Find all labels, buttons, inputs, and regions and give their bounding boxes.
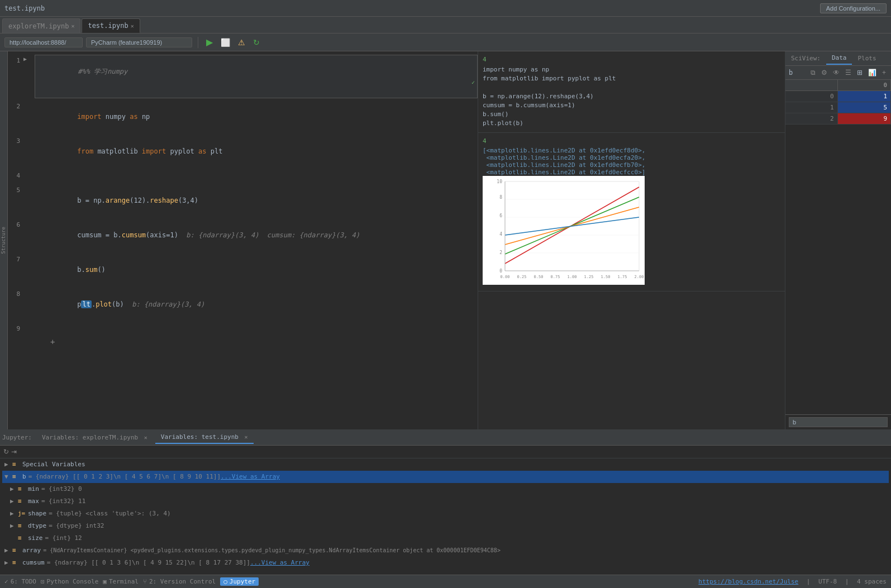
cell-2-0[interactable]: 9 — [837, 113, 890, 125]
var-b-dtype[interactable]: ▶ ≡ dtype = {dtype} int32 — [2, 520, 889, 532]
tab-test[interactable]: test.ipynb ✕ — [82, 18, 140, 33]
var-cumsum-link[interactable]: ...View as Array — [250, 558, 309, 568]
cell-6[interactable]: 6 cumsum = b.cumsum(axis=1) b: {ndarray}… — [8, 218, 478, 252]
list-view-button[interactable]: ☰ — [844, 68, 853, 77]
jupyter-icon: ○ — [223, 578, 227, 585]
cell-run-2[interactable] — [23, 101, 35, 102]
cell-run-9[interactable] — [23, 323, 35, 324]
cell-run-8[interactable] — [23, 288, 35, 289]
cell-number-7: 7 — [8, 254, 23, 265]
cell-content-3[interactable]: from matplotlib import pyplot as plt — [35, 135, 478, 168]
status-encoding[interactable]: UTF-8 — [818, 578, 837, 585]
row-idx-0: 0 — [785, 91, 837, 102]
terminal-label: Terminal — [109, 578, 139, 585]
tab-label-exploretm: Variables: exploreTM.ipynb — [42, 434, 138, 441]
var-b[interactable]: ▼ ≡ b = {ndarray} [[ 0 1 2 3]\n [ 4 5 6 … — [2, 471, 889, 483]
var-b-shape[interactable]: ▶ j= shape = {tuple} <class 'tuple'>: (3… — [2, 508, 889, 520]
cell-run-3[interactable] — [23, 135, 35, 136]
cell-8[interactable]: 8 plt.plot(b) b: {ndarray}(3, 4) — [8, 287, 478, 322]
expand-vars-button[interactable]: ⇥ — [11, 448, 17, 456]
cell-4[interactable]: 4 — [8, 169, 478, 183]
table-row-1[interactable]: 1 5 — [785, 102, 891, 113]
refresh-button[interactable]: ↻ — [251, 37, 262, 48]
var-b-min[interactable]: ▶ ≡ min = {int32} 0 — [2, 483, 889, 495]
warn-button[interactable]: ⚠ — [236, 37, 247, 48]
var-cumsum[interactable]: ▶ ≡ cumsum = {ndarray} [[ 0 1 3 6]\n [ 4… — [2, 557, 889, 569]
cell-5[interactable]: 5 b = np.arange(12).reshape(3,4) — [8, 183, 478, 218]
cell-3[interactable]: 3 from matplotlib import pyplot as plt — [8, 134, 478, 169]
cell-content-4[interactable] — [35, 170, 478, 182]
cell-2[interactable]: 2 import numpy as np — [8, 99, 478, 134]
table-row-0[interactable]: 0 1 — [785, 91, 891, 102]
add-button[interactable]: + — [880, 68, 888, 77]
cell-9[interactable]: 9 — [8, 322, 478, 336]
run-button[interactable]: ▶ — [204, 36, 215, 49]
add-configuration-button[interactable]: Add Configuration... — [820, 3, 887, 13]
tab-variables-test[interactable]: Variables: test.ipynb ✕ — [155, 431, 254, 444]
var-b-link[interactable]: ...View as Array — [221, 472, 280, 482]
var-size-name: size — [28, 533, 43, 543]
cell-number-8: 8 — [8, 288, 23, 299]
comment-1: #%% 学习numpy — [78, 68, 127, 75]
structure-label[interactable]: Structure — [0, 222, 7, 259]
cell-content-1[interactable]: #%% 学习numpy ✓ — [35, 55, 478, 98]
eye-button[interactable]: 👁 — [831, 68, 841, 77]
cell-content-6[interactable]: cumsum = b.cumsum(axis=1) b: {ndarray}(3… — [35, 219, 478, 251]
chart-button[interactable]: 📊 — [866, 68, 878, 77]
status-spaces[interactable]: 4 spaces — [857, 578, 887, 585]
cell-0-0[interactable]: 1 — [837, 91, 890, 102]
cell-run-4[interactable] — [23, 170, 35, 171]
cell-content-8[interactable]: plt.plot(b) b: {ndarray}(3, 4) — [35, 288, 478, 321]
var-input[interactable] — [789, 417, 888, 427]
status-url[interactable]: https://blog.csdn.net/Julse — [698, 578, 798, 585]
var-array[interactable]: ▶ ≡ array = {NdArrayItemsContainer} <pyd… — [2, 544, 889, 557]
tab-exploretm-label: exploreTM.ipynb — [8, 22, 69, 30]
restart-button[interactable]: ⬜ — [218, 37, 232, 48]
cell-run-5[interactable] — [23, 184, 35, 185]
cell-number-6: 6 — [8, 219, 23, 230]
var-b-size[interactable]: ▶ ≡ size = {int} 12 — [2, 532, 889, 544]
refresh-vars-button[interactable]: ↻ — [3, 448, 9, 456]
status-terminal[interactable]: ▣ Terminal — [103, 578, 139, 585]
env-select[interactable] — [86, 37, 192, 47]
url-input[interactable] — [4, 37, 83, 47]
tab-close-exploretm[interactable]: ✕ — [144, 434, 147, 441]
status-jupyter[interactable]: ○ Jupyter — [220, 577, 259, 586]
cell-1[interactable]: 1 ▶ #%% 学习numpy ✓ — [8, 54, 478, 99]
svg-text:0.75: 0.75 — [551, 275, 560, 279]
sciview-tab-plots[interactable]: Plots — [852, 52, 882, 64]
cell-7[interactable]: 7 b.sum() — [8, 252, 478, 287]
tab-variables-exploretm[interactable]: Variables: exploreTM.ipynb ✕ — [36, 432, 153, 443]
cell-number-3: 3 — [8, 135, 23, 146]
settings-button[interactable]: ⚙ — [819, 68, 829, 77]
status-version-control[interactable]: ⑂ 2: Version Control — [143, 578, 216, 585]
notebook[interactable]: 1 ▶ #%% 学习numpy ✓ 2 import numpy as np 3 — [8, 51, 478, 429]
grid-view-button[interactable]: ⊞ — [855, 68, 864, 77]
status-todo[interactable]: ✓ 6: TODO — [4, 578, 36, 585]
cell-run-7[interactable] — [23, 254, 35, 255]
cell-content-5[interactable]: b = np.arange(12).reshape(3,4) — [35, 184, 478, 217]
status-python-console[interactable]: ⊡ Python Console — [41, 578, 98, 585]
cell-run-1[interactable]: ▶ — [23, 55, 35, 62]
sciview-tab-data[interactable]: Data — [826, 52, 852, 65]
add-cell-button[interactable]: + — [8, 336, 478, 347]
cell-content-2[interactable]: import numpy as np — [35, 101, 478, 133]
cell-run-6[interactable] — [23, 219, 35, 220]
cell-1-0[interactable]: 5 — [837, 102, 890, 113]
jupyter-label: Jupyter: — [2, 434, 32, 441]
terminal-icon: ▣ — [103, 578, 107, 585]
copy-button[interactable]: ⧉ — [809, 68, 817, 77]
table-row-2[interactable]: 2 9 — [785, 113, 891, 125]
var-b-max[interactable]: ▶ ≡ max = {int32} 11 — [2, 495, 889, 508]
cell-content-7[interactable]: b.sum() — [35, 254, 478, 286]
vc-label: 2: Version Control — [149, 578, 216, 585]
tab-close-test[interactable]: ✕ — [245, 434, 248, 440]
tab-exploretm-close[interactable]: ✕ — [71, 23, 74, 29]
var-cumsum-name: cumsum — [22, 558, 45, 568]
main-area: Structure 1 ▶ #%% 学习numpy ✓ 2 import num… — [0, 51, 891, 429]
tab-exploretm[interactable]: exploreTM.ipynb ✕ — [2, 18, 80, 33]
special-variables-item[interactable]: ▶ ≡ Special Variables — [2, 458, 889, 471]
tab-test-close[interactable]: ✕ — [131, 23, 134, 29]
cell-content-9[interactable] — [35, 323, 478, 335]
col-header-0: 0 — [837, 80, 890, 91]
